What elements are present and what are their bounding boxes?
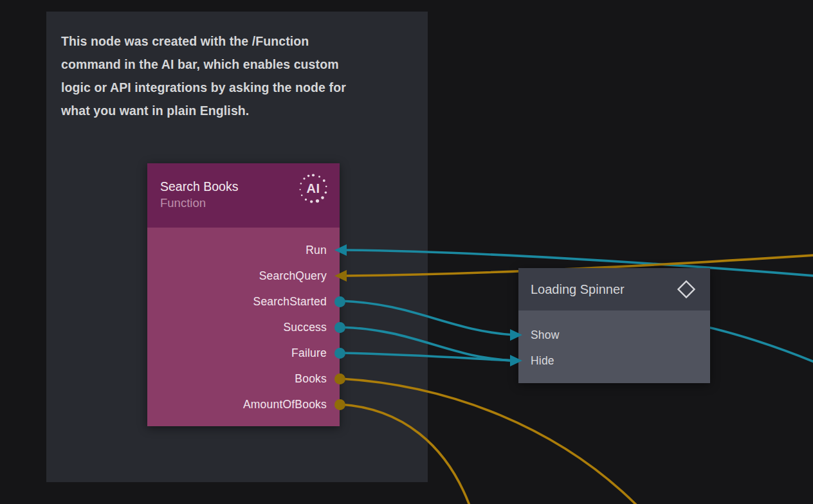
port-label: SearchQuery [259,269,327,283]
port-marker-dot-icon[interactable] [334,399,345,410]
node-editor-canvas[interactable]: This node was created with the /Function… [0,0,813,504]
node-search-books[interactable]: Search Books Function [147,163,340,426]
port-searchquery[interactable]: SearchQuery [147,263,340,289]
diamond-icon [677,280,696,299]
port-label: Books [295,372,327,386]
port-show[interactable]: Show [518,322,710,348]
node-search-books-body[interactable]: Run SearchQuery SearchStarted Success Fa… [147,228,340,426]
port-failure[interactable]: Failure [147,340,340,366]
wire-failure-to-hide[interactable] [340,353,514,361]
node-loading-spinner-body[interactable]: Show Hide [518,310,710,383]
wire-amountofbooks-output[interactable] [340,404,470,504]
port-label: AmountOfBooks [243,398,327,411]
node-loading-spinner-header[interactable]: Loading Spinner [518,268,710,310]
port-marker-arrow-icon[interactable] [510,355,522,366]
port-marker-arrow-icon[interactable] [334,244,347,256]
port-marker-dot-icon[interactable] [334,374,345,384]
port-searchstarted[interactable]: SearchStarted [147,289,340,314]
port-label: Run [306,244,327,257]
port-marker-dot-icon[interactable] [334,296,345,307]
port-books[interactable]: Books [147,366,340,392]
port-marker-arrow-icon[interactable] [510,329,522,341]
port-marker-dot-icon[interactable] [334,348,345,359]
node-title: Loading Spinner [531,282,625,297]
ai-badge-icon: AI [297,172,329,204]
port-success[interactable]: Success [147,314,340,340]
port-label: Hide [531,354,554,368]
port-label: Success [283,321,327,334]
port-hide[interactable]: Hide [518,348,710,374]
connection-wires-layer [0,0,813,504]
port-run[interactable]: Run [147,237,340,263]
port-label: SearchStarted [253,295,327,309]
port-marker-arrow-icon[interactable] [334,270,347,282]
port-label: Failure [291,346,327,360]
node-loading-spinner[interactable]: Loading Spinner Show Hide [518,268,710,383]
port-marker-dot-icon[interactable] [334,322,345,333]
wire-books-output[interactable] [340,379,637,504]
node-search-books-header[interactable]: Search Books Function [147,163,340,228]
port-amountofbooks[interactable]: AmountOfBooks [147,392,340,417]
ai-badge-label: AI [297,172,329,204]
port-label: Show [531,328,560,342]
